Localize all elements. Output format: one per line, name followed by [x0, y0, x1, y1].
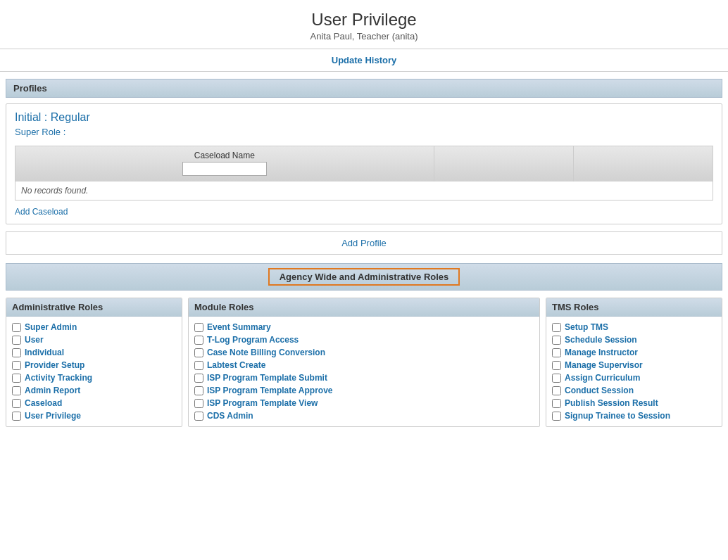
admin-role-item-1: User	[12, 333, 176, 346]
module-role-item-3: Labtest Create	[194, 359, 534, 371]
add-caseload-link[interactable]: Add Caseload	[15, 207, 68, 217]
tms-role-label-2[interactable]: Manage Instructor	[565, 348, 638, 357]
admin-role-checkbox-7[interactable]	[12, 412, 21, 421]
module-role-item-6: ISP Program Template View	[194, 397, 534, 409]
admin-role-item-2: Individual	[12, 346, 176, 359]
tms-role-item-6: Publish Session Result	[552, 397, 716, 409]
add-profile-bar: Add Profile	[6, 231, 722, 255]
agency-section: Agency Wide and Administrative Roles	[6, 263, 722, 291]
module-role-item-7: CDS Admin	[194, 409, 534, 422]
tms-roles-list: Setup TMSSchedule SessionManage Instruct…	[546, 317, 722, 426]
admin-role-item-3: Provider Setup	[12, 359, 176, 371]
admin-role-label-1[interactable]: User	[25, 335, 44, 345]
tms-role-item-3: Manage Supervisor	[552, 359, 716, 371]
super-role-label: Super Role :	[15, 127, 713, 137]
tms-role-label-7[interactable]: Signup Trainee to Session	[565, 411, 670, 421]
module-role-label-2[interactable]: Case Note Billing Conversion	[207, 348, 325, 357]
admin-role-label-6[interactable]: Caseload	[25, 398, 62, 408]
tms-role-checkbox-0[interactable]	[552, 323, 561, 332]
admin-role-label-4[interactable]: Activity Tracking	[25, 373, 92, 383]
admin-roles-list: Super AdminUserIndividualProvider SetupA…	[6, 317, 182, 426]
tms-role-label-0[interactable]: Setup TMS	[565, 322, 608, 332]
admin-roles-header: Administrative Roles	[6, 298, 182, 317]
roles-grid: Administrative Roles Super AdminUserIndi…	[6, 298, 722, 427]
caseload-no-records-row: No records found.	[15, 182, 713, 201]
tms-role-item-7: Signup Trainee to Session	[552, 409, 716, 422]
tms-role-checkbox-4[interactable]	[552, 374, 561, 383]
module-role-label-4[interactable]: ISP Program Template Submit	[207, 373, 327, 383]
tms-role-checkbox-6[interactable]	[552, 399, 561, 408]
tms-role-label-3[interactable]: Manage Supervisor	[565, 360, 643, 370]
module-role-checkbox-5[interactable]	[194, 386, 203, 395]
admin-role-checkbox-5[interactable]	[12, 386, 21, 395]
admin-role-item-6: Caseload	[12, 397, 176, 409]
admin-role-item-0: Super Admin	[12, 321, 176, 333]
caseload-name-input[interactable]	[182, 162, 267, 176]
agency-roles-header-label: Agency Wide and Administrative Roles	[268, 268, 460, 286]
admin-role-checkbox-0[interactable]	[12, 323, 21, 332]
page-subtitle: Anita Paul, Teacher (anita)	[0, 31, 728, 49]
caseload-name-col-header: Caseload Name	[15, 146, 434, 182]
admin-role-item-5: Admin Report	[12, 384, 176, 397]
admin-role-checkbox-3[interactable]	[12, 361, 21, 370]
module-role-label-5[interactable]: ISP Program Template Approve	[207, 386, 333, 395]
tms-role-label-1[interactable]: Schedule Session	[565, 335, 637, 345]
module-role-checkbox-1[interactable]	[194, 336, 203, 345]
tms-role-item-4: Assign Curriculum	[552, 371, 716, 384]
module-role-label-6[interactable]: ISP Program Template View	[207, 398, 318, 408]
module-role-label-0[interactable]: Event Summary	[207, 322, 271, 332]
module-role-checkbox-0[interactable]	[194, 323, 203, 332]
tms-role-label-5[interactable]: Conduct Session	[565, 386, 634, 395]
module-role-checkbox-4[interactable]	[194, 374, 203, 383]
profile-title: Initial : Regular	[15, 111, 713, 124]
tms-role-checkbox-1[interactable]	[552, 336, 561, 345]
admin-role-label-7[interactable]: User Privilege	[25, 411, 81, 421]
admin-role-label-0[interactable]: Super Admin	[25, 322, 77, 332]
tms-role-label-4[interactable]: Assign Curriculum	[565, 373, 640, 383]
module-role-item-2: Case Note Billing Conversion	[194, 346, 534, 359]
admin-role-checkbox-2[interactable]	[12, 348, 21, 357]
profiles-section: Profiles Initial : Regular Super Role : …	[6, 79, 722, 255]
caseload-action-col-2	[573, 146, 713, 182]
tms-roles-header: TMS Roles	[546, 298, 722, 317]
module-roles-column: Module Roles Event SummaryT-Log Program …	[188, 298, 540, 427]
module-role-item-1: T-Log Program Access	[194, 333, 534, 346]
module-role-checkbox-6[interactable]	[194, 399, 203, 408]
admin-role-label-5[interactable]: Admin Report	[25, 386, 80, 395]
tms-role-checkbox-5[interactable]	[552, 386, 561, 395]
caseload-action-col-1	[434, 146, 573, 182]
module-role-label-3[interactable]: Labtest Create	[207, 360, 265, 370]
module-role-checkbox-7[interactable]	[194, 412, 203, 421]
module-role-item-0: Event Summary	[194, 321, 534, 333]
caseload-no-records: No records found.	[15, 182, 713, 201]
tms-roles-column: TMS Roles Setup TMSSchedule SessionManag…	[546, 298, 722, 427]
admin-role-checkbox-4[interactable]	[12, 374, 21, 383]
module-role-checkbox-2[interactable]	[194, 348, 203, 357]
admin-role-item-4: Activity Tracking	[12, 371, 176, 384]
admin-role-label-3[interactable]: Provider Setup	[25, 360, 84, 370]
update-history-bar: Update History	[0, 49, 728, 72]
module-role-item-5: ISP Program Template Approve	[194, 384, 534, 397]
tms-role-item-5: Conduct Session	[552, 384, 716, 397]
admin-role-checkbox-6[interactable]	[12, 399, 21, 408]
tms-role-item-2: Manage Instructor	[552, 346, 716, 359]
add-profile-link[interactable]: Add Profile	[341, 238, 387, 248]
profiles-header: Profiles	[6, 79, 722, 98]
module-role-label-7[interactable]: CDS Admin	[207, 411, 253, 421]
module-roles-header: Module Roles	[189, 298, 539, 317]
admin-role-checkbox-1[interactable]	[12, 336, 21, 345]
caseload-table: Caseload Name No records found.	[15, 146, 713, 201]
tms-role-checkbox-2[interactable]	[552, 348, 561, 357]
module-role-item-4: ISP Program Template Submit	[194, 371, 534, 384]
admin-role-label-2[interactable]: Individual	[25, 348, 64, 357]
update-history-link[interactable]: Update History	[332, 55, 396, 65]
agency-roles-header: Agency Wide and Administrative Roles	[6, 263, 722, 291]
profile-card: Initial : Regular Super Role : Caseload …	[6, 103, 722, 224]
tms-role-checkbox-3[interactable]	[552, 361, 561, 370]
tms-role-checkbox-7[interactable]	[552, 412, 561, 421]
tms-role-item-1: Schedule Session	[552, 333, 716, 346]
module-role-checkbox-3[interactable]	[194, 361, 203, 370]
tms-role-label-6[interactable]: Publish Session Result	[565, 398, 658, 408]
module-role-label-1[interactable]: T-Log Program Access	[207, 335, 299, 345]
module-roles-list: Event SummaryT-Log Program AccessCase No…	[189, 317, 539, 426]
